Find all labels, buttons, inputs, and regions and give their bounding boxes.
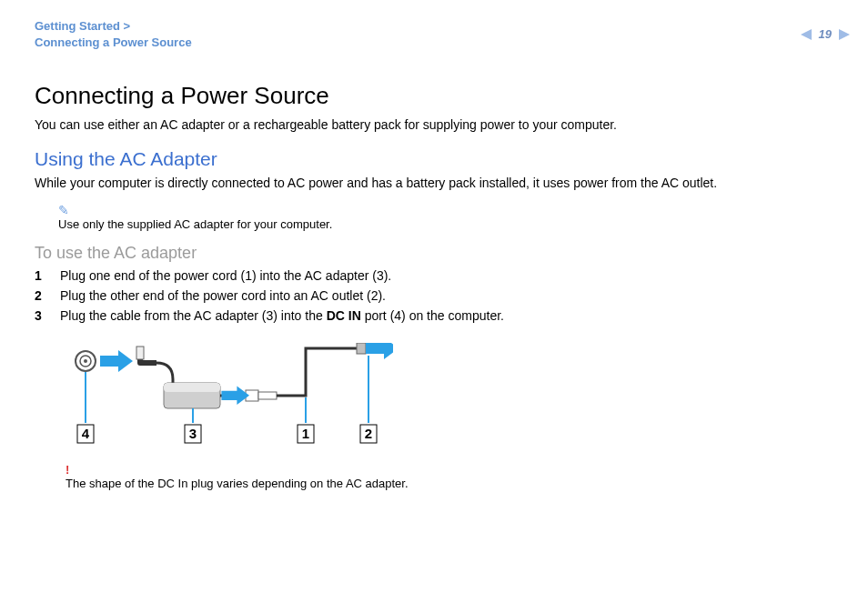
svg-marker-0 [801, 29, 812, 40]
step-text: Plug the other end of the power cord int… [60, 288, 386, 303]
breadcrumb-section[interactable]: Getting Started [35, 19, 130, 33]
caution: ! The shape of the DC In plug varies dep… [66, 463, 833, 490]
list-item: 1 Plug one end of the power cord (1) int… [35, 268, 833, 283]
svg-rect-11 [357, 343, 366, 354]
diagram-label-1: 1 [302, 426, 309, 441]
diagram-label-2: 2 [365, 426, 372, 441]
section-text: While your computer is directly connecte… [35, 176, 833, 190]
step-number: 3 [35, 308, 60, 323]
svg-marker-16 [366, 343, 393, 359]
svg-rect-5 [136, 347, 144, 359]
list-item: 2 Plug the other end of the power cord i… [35, 288, 833, 303]
content: Connecting a Power Source You can use ei… [35, 82, 833, 490]
note: ✎ Use only the supplied AC adapter for y… [58, 203, 833, 231]
intro-text: You can use either an AC adapter or a re… [35, 117, 833, 132]
step-text: Plug one end of the power cord (1) into … [60, 268, 391, 283]
subheading: To use the AC adapter [35, 244, 833, 263]
note-icon: ✎ [58, 203, 69, 217]
step-list: 1 Plug one end of the power cord (1) int… [35, 268, 833, 323]
note-text: Use only the supplied AC adapter for you… [58, 217, 332, 231]
section-heading: Using the AC Adapter [35, 148, 833, 170]
caution-text: The shape of the DC In plug varies depen… [66, 477, 409, 490]
pager: 19 [801, 27, 850, 41]
caution-icon: ! [66, 463, 69, 477]
svg-rect-7 [164, 383, 220, 392]
list-item: 3 Plug the cable from the AC adapter (3)… [35, 308, 833, 323]
document-page: Getting Started Connecting a Power Sourc… [0, 0, 868, 613]
step-number: 1 [35, 268, 60, 283]
breadcrumb-page[interactable]: Connecting a Power Source [35, 35, 192, 49]
step-number: 2 [35, 288, 60, 303]
svg-rect-10 [258, 392, 277, 399]
ac-adapter-diagram: 4 3 1 2 [66, 343, 833, 456]
step-text: Plug the cable from the AC adapter (3) i… [60, 308, 504, 323]
page-number: 19 [819, 27, 832, 41]
next-page-icon[interactable] [837, 28, 850, 41]
svg-marker-1 [839, 29, 850, 40]
page-title: Connecting a Power Source [35, 82, 833, 110]
svg-marker-15 [221, 387, 249, 405]
diagram-label-3: 3 [189, 426, 197, 441]
diagram-label-4: 4 [82, 426, 90, 441]
svg-marker-14 [100, 350, 133, 372]
svg-point-4 [84, 359, 87, 363]
breadcrumb: Getting Started Connecting a Power Sourc… [35, 18, 833, 51]
prev-page-icon[interactable] [801, 28, 813, 41]
